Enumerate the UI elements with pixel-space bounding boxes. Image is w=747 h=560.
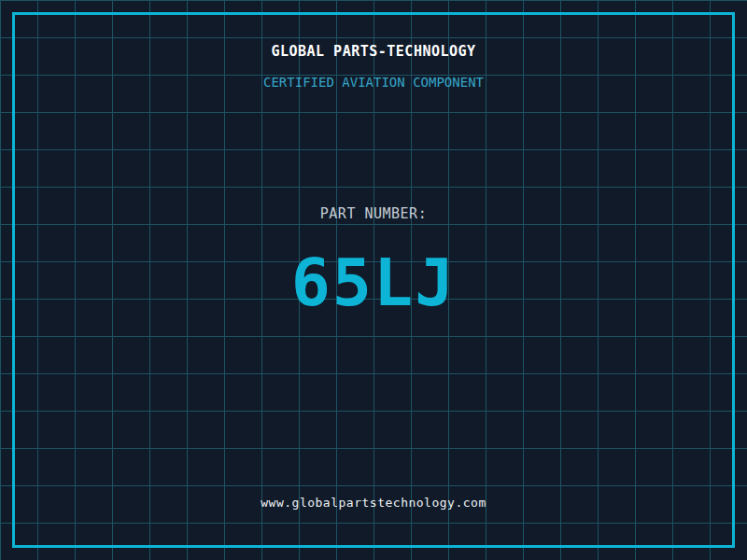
company-title: GLOBAL PARTS-TECHNOLOGY — [0, 43, 747, 60]
website-url: www.globalpartstechnology.com — [0, 496, 747, 510]
part-number-label: PART NUMBER: — [0, 205, 747, 222]
certificate-card: GLOBAL PARTS-TECHNOLOGY CERTIFIED AVIATI… — [0, 0, 747, 560]
part-number-value: 65LJ — [0, 245, 747, 321]
certification-subtitle: CERTIFIED AVIATION COMPONENT — [0, 75, 747, 90]
